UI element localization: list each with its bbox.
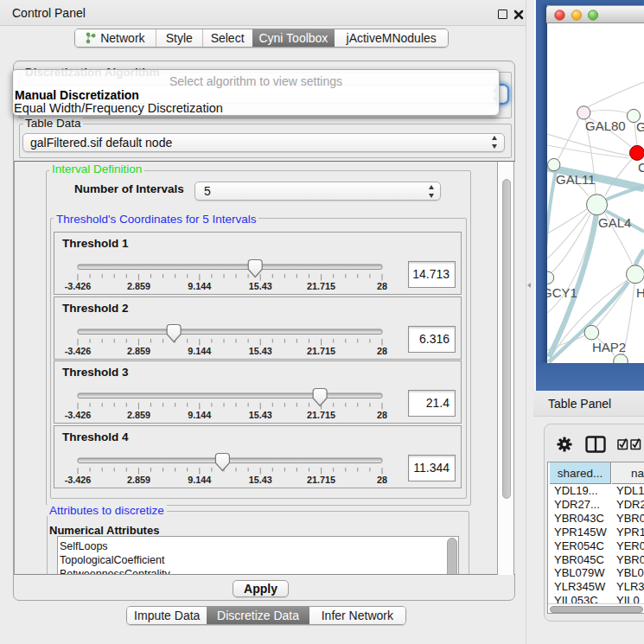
svg-text:21.715: 21.715 (307, 409, 335, 419)
svg-text:2.859: 2.859 (127, 474, 150, 484)
svg-text:HA: HA (636, 285, 644, 300)
svg-text:15.43: 15.43 (249, 345, 272, 355)
svg-text:28: 28 (377, 281, 387, 291)
svg-text:28: 28 (377, 474, 387, 484)
svg-text:2.859: 2.859 (127, 409, 150, 419)
svg-text:21.715: 21.715 (307, 345, 335, 355)
svg-text:15.43: 15.43 (249, 281, 272, 291)
svg-text:-3.426: -3.426 (65, 281, 92, 291)
svg-text:GAL11: GAL11 (556, 172, 596, 187)
svg-text:-3.426: -3.426 (65, 345, 92, 355)
svg-text:C: C (638, 160, 644, 175)
svg-text:9.144: 9.144 (188, 474, 211, 484)
svg-text:2.859: 2.859 (127, 281, 150, 291)
svg-text:28: 28 (377, 409, 387, 419)
svg-text:9.144: 9.144 (188, 345, 211, 355)
svg-text:15.43: 15.43 (249, 409, 272, 419)
svg-text:21.715: 21.715 (307, 474, 335, 484)
svg-text:HAP2: HAP2 (592, 340, 626, 354)
svg-text:GAL4: GAL4 (598, 215, 631, 230)
svg-text:GCY1: GCY1 (547, 285, 577, 300)
svg-text:9.144: 9.144 (188, 409, 211, 419)
svg-text:2.859: 2.859 (127, 345, 150, 355)
svg-text:GA: GA (636, 119, 644, 134)
svg-text:9.144: 9.144 (188, 281, 211, 291)
svg-text:15.43: 15.43 (249, 474, 272, 484)
svg-text:21.715: 21.715 (307, 281, 335, 291)
svg-text:-3.426: -3.426 (65, 474, 92, 484)
svg-text:28: 28 (377, 345, 387, 355)
svg-text:-3.426: -3.426 (65, 409, 92, 419)
svg-text:GAL80: GAL80 (585, 118, 626, 133)
